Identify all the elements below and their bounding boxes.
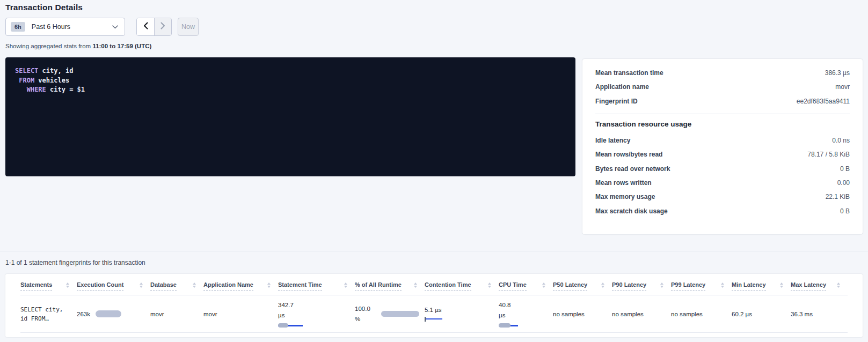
column-header-min-latency[interactable]: Min Latency	[732, 274, 791, 295]
cell-p90-latency: no samples	[612, 311, 671, 317]
table-row: SELECT city, id FROM… 263k movr movr 342…	[20, 295, 848, 333]
summary-row-mean-transaction-time: Mean transaction time 386.3 µs	[595, 66, 850, 80]
caption-prefix: Showing aggregated stats from	[5, 43, 92, 49]
sort-icon	[721, 282, 724, 288]
sql-text: city = $1	[46, 86, 85, 93]
summary-row-bytes-read-over-network: Bytes read over network 0 B	[595, 161, 850, 175]
sort-icon	[601, 282, 604, 288]
summary-value: 22.1 KiB	[826, 193, 850, 200]
summary-row-application-name: Application name movr	[595, 80, 850, 94]
time-nav-group	[136, 18, 172, 36]
column-header-p99-latency[interactable]: P99 Latency	[671, 274, 732, 295]
sql-text: city, id	[38, 67, 73, 75]
sort-icon	[344, 282, 347, 288]
statement-link[interactable]: SELECT city, id FROM…	[20, 305, 69, 323]
cpu-time-value: 40.8 µs	[499, 300, 517, 321]
page-title: Transaction Details	[5, 3, 83, 12]
summary-row-fingerprint-id: Fingerprint ID ee2df683f5aa9411	[595, 94, 850, 108]
execution-count-value: 263k	[77, 311, 90, 317]
caption-time-range: 11:00 to 17:59 (UTC)	[92, 43, 151, 49]
transaction-summary-card: Mean transaction time 386.3 µs Applicati…	[582, 59, 863, 234]
sort-icon	[488, 282, 491, 288]
statement-time-bar	[278, 323, 303, 328]
cell-pct-of-all-runtime: 100.0 %	[355, 304, 425, 324]
sql-keyword: SELECT	[15, 67, 38, 75]
sql-line: SELECT city, id	[15, 66, 566, 76]
summary-value: 0.0 ns	[832, 137, 850, 144]
summary-label: Max scratch disk usage	[595, 207, 668, 215]
sql-statement-box: SELECT city, id FROM vehicles WHERE city…	[5, 57, 575, 176]
column-label: Database	[150, 281, 177, 291]
column-label: CPU Time	[499, 281, 527, 291]
summary-label: Bytes read over network	[595, 165, 670, 173]
aggregated-stats-caption: Showing aggregated stats from 11:00 to 1…	[5, 43, 151, 49]
column-header-application-name[interactable]: Application Name	[203, 274, 278, 295]
prev-time-button[interactable]	[137, 18, 154, 35]
time-range-badge: 6h	[11, 22, 25, 32]
sql-text: vehicles	[34, 77, 69, 84]
cell-execution-count: 263k	[77, 310, 150, 317]
summary-label: Fingerprint ID	[595, 98, 638, 105]
summary-label: Mean rows written	[595, 179, 652, 187]
column-header-statement-time[interactable]: Statement Time	[278, 274, 355, 295]
summary-value: ee2df683f5aa9411	[797, 98, 850, 105]
time-toolbar: 6h Past 6 Hours Now	[5, 18, 199, 36]
statements-table: Statements Execution Count Database Appl…	[5, 274, 863, 337]
column-header-p90-latency[interactable]: P90 Latency	[612, 274, 671, 295]
summary-label: Idle latency	[595, 137, 630, 144]
contention-time-value: 5.1 µs	[425, 307, 493, 313]
summary-row-idle-latency: Idle latency 0.0 ns	[595, 133, 850, 147]
cell-cpu-time: 40.8 µs	[499, 300, 553, 328]
sort-icon	[267, 282, 271, 288]
cell-statement: SELECT city, id FROM…	[20, 305, 77, 323]
summary-row-mean-rows-bytes-read: Mean rows/bytes read 78.17 / 5.8 KiB	[595, 147, 850, 161]
statements-table-caption: 1-1 of 1 statement fingerprints for this…	[5, 259, 145, 266]
column-header-p50-latency[interactable]: P50 Latency	[553, 274, 612, 295]
column-header-database[interactable]: Database	[150, 274, 203, 295]
sort-icon	[193, 282, 196, 288]
cell-min-latency: 60.2 µs	[732, 311, 791, 317]
now-button[interactable]: Now	[178, 18, 199, 36]
column-label: Application Name	[203, 281, 253, 291]
section-divider	[0, 251, 868, 251]
sort-icon	[780, 282, 783, 288]
column-header-max-latency[interactable]: Max Latency	[791, 274, 848, 295]
next-time-button[interactable]	[154, 18, 171, 35]
summary-value: 78.17 / 5.8 KiB	[807, 151, 850, 158]
sql-line: FROM vehicles	[15, 76, 566, 86]
column-header-statements[interactable]: Statements	[20, 274, 77, 295]
summary-label: Mean rows/bytes read	[595, 151, 662, 158]
sql-keyword: WHERE	[27, 86, 46, 93]
column-label: Execution Count	[77, 281, 123, 291]
summary-row-mean-rows-written: Mean rows written 0.00	[595, 176, 850, 190]
cell-database: movr	[150, 311, 203, 317]
sort-icon	[66, 282, 69, 288]
cpu-time-bar	[499, 323, 518, 328]
sort-icon	[140, 282, 143, 288]
contention-time-bar	[425, 317, 442, 322]
column-label: Statement Time	[278, 281, 322, 291]
summary-row-max-memory-usage: Max memory usage 22.1 KiB	[595, 190, 850, 204]
column-label: P50 Latency	[553, 281, 587, 291]
column-label: P99 Latency	[671, 281, 705, 291]
sort-icon	[414, 282, 417, 288]
column-label: Statements	[20, 281, 52, 291]
time-range-picker[interactable]: 6h Past 6 Hours	[5, 18, 125, 36]
resource-usage-heading: Transaction resource usage	[595, 120, 850, 128]
summary-label: Mean transaction time	[595, 69, 663, 77]
cell-p99-latency: no samples	[671, 311, 732, 317]
summary-value: 0 B	[840, 207, 850, 215]
column-header-contention-time[interactable]: Contention Time	[425, 274, 499, 295]
sort-icon	[542, 282, 545, 288]
sql-keyword: FROM	[19, 77, 34, 84]
column-header-cpu-time[interactable]: CPU Time	[499, 274, 553, 295]
column-header-pct-of-all-runtime[interactable]: % of All Runtime	[355, 274, 425, 295]
summary-value: 386.3 µs	[825, 69, 850, 77]
column-header-execution-count[interactable]: Execution Count	[77, 274, 150, 295]
summary-value: movr	[835, 83, 850, 91]
summary-label: Application name	[595, 83, 649, 91]
sql-indent	[15, 86, 27, 93]
chevron-left-icon	[143, 22, 148, 32]
cell-max-latency: 36.3 ms	[791, 311, 848, 317]
statement-time-value: 342.7 µs	[278, 300, 301, 321]
